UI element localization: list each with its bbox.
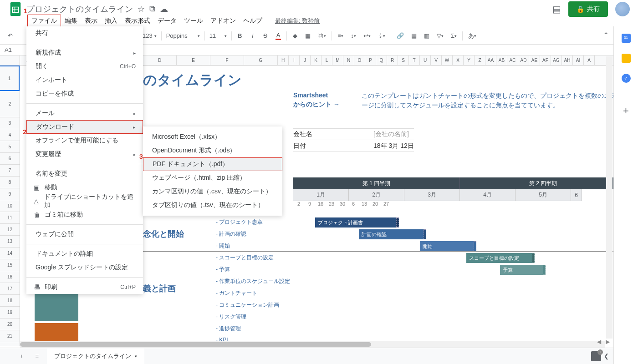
col-header[interactable]: AI [573, 56, 584, 65]
wrap-button[interactable]: ↩▾ [361, 30, 373, 42]
menu-doc-details[interactable]: ドキュメントの詳細 [26, 247, 143, 261]
menu-download[interactable]: ダウンロード▸ [26, 120, 143, 134]
star-icon[interactable]: ☆ [138, 4, 145, 14]
merge-button[interactable]: ⿻▾ [315, 30, 329, 42]
number-format-select[interactable]: 123▾ [141, 31, 158, 40]
col-header[interactable]: AF [540, 56, 551, 65]
menu-history[interactable]: 変更履歴▸ [26, 147, 143, 161]
col-header[interactable]: AG [551, 56, 562, 65]
col-header[interactable]: O [354, 56, 365, 65]
vertical-scrollbar[interactable] [606, 56, 612, 339]
col-header[interactable]: AC [507, 56, 518, 65]
menu-share[interactable]: 共有 [26, 26, 143, 40]
col-header[interactable]: A [584, 56, 595, 65]
menu-help[interactable]: ヘルプ [240, 15, 266, 27]
download-pdf[interactable]: PDF ドキュメント（.pdf） [143, 157, 282, 171]
rotate-button[interactable]: ⤹▾ [375, 30, 388, 42]
col-header[interactable]: R [387, 56, 398, 65]
bold-button[interactable]: B [235, 30, 245, 42]
link-button[interactable]: 🔗 [394, 30, 407, 42]
menu-open[interactable]: 開くCtrl+O [26, 60, 143, 73]
chart-button[interactable]: ▥ [421, 30, 432, 42]
share-button[interactable]: 🔒 共有 [568, 1, 608, 17]
sheet-tab-active[interactable]: プロジェクトのタイムライン▾ [47, 349, 144, 364]
add-sheet-button[interactable]: + [16, 351, 27, 361]
menu-rename[interactable]: 名前を変更 [26, 167, 143, 181]
download-tsv[interactable]: タブ区切りの値（.tsv、現在のシート） [143, 198, 282, 212]
explore-button[interactable] [591, 351, 601, 361]
menu-tools[interactable]: ツール [180, 15, 207, 27]
strike-button[interactable]: S [260, 30, 271, 42]
col-header[interactable]: Z [475, 56, 485, 65]
font-size-select[interactable]: 11▾ [208, 31, 229, 40]
menu-new[interactable]: 新規作成▸ [26, 46, 143, 60]
undo-button[interactable]: ↶ [5, 30, 15, 42]
add-on-plus-icon[interactable]: + [623, 105, 629, 117]
col-header[interactable]: I [289, 56, 300, 65]
menu-insert[interactable]: 挿入 [101, 15, 121, 27]
menu-copy[interactable]: コピーを作成 [26, 87, 143, 101]
col-header[interactable]: S [398, 56, 409, 65]
menu-format[interactable]: 表示形式 [121, 15, 154, 27]
menu-import[interactable]: インポート [26, 73, 143, 87]
menu-file[interactable]: ファイル [27, 15, 61, 27]
col-header[interactable]: AB [496, 56, 507, 65]
side-panel-toggle[interactable]: ❮ [604, 353, 609, 359]
filter-button[interactable]: ▽▾ [434, 30, 446, 42]
menu-print[interactable]: 🖶印刷Ctrl+P [26, 280, 143, 294]
comments-icon[interactable]: ▤ [552, 4, 561, 15]
menu-move[interactable]: ▣移動 [26, 181, 143, 194]
col-header[interactable]: T [409, 56, 420, 65]
col-header[interactable]: AH [562, 56, 573, 65]
col-header[interactable]: AA [485, 56, 496, 65]
col-header[interactable]: M [332, 56, 343, 65]
fill-color-button[interactable]: ◆ [290, 30, 301, 42]
keep-icon[interactable] [622, 54, 631, 63]
menu-spreadsheet-settings[interactable]: Google スプレッドシートの設定 [26, 261, 143, 274]
col-header[interactable]: X [453, 56, 464, 65]
col-header[interactable]: E [177, 56, 210, 65]
col-header[interactable]: AE [529, 56, 540, 65]
menu-addons[interactable]: アドオン [207, 15, 240, 27]
font-select[interactable]: Poppins▾ [164, 31, 202, 40]
menu-data[interactable]: データ [154, 15, 180, 27]
menu-trash[interactable]: 🗑ゴミ箱に移動 [26, 208, 143, 222]
col-header[interactable]: F [210, 56, 244, 65]
tasks-icon[interactable] [622, 74, 631, 83]
text-color-button[interactable]: A [273, 30, 284, 42]
horizontal-scrollbar[interactable] [20, 341, 605, 348]
sheets-app-icon[interactable] [6, 0, 25, 18]
input-tools-button[interactable]: あ▾ [465, 30, 479, 42]
cloud-status-icon[interactable]: ☁ [160, 4, 168, 14]
menu-email[interactable]: メール▸ [26, 106, 143, 120]
collapse-toolbar-icon[interactable]: ⌃ [603, 31, 609, 40]
document-title[interactable]: プロジェクトのタイムライン [26, 4, 133, 15]
col-header[interactable]: D [143, 56, 177, 65]
col-header[interactable]: W [442, 56, 453, 65]
valign-button[interactable]: ↕▾ [348, 30, 359, 42]
halign-button[interactable]: ≡▾ [335, 30, 346, 42]
name-box[interactable]: A1 [5, 46, 29, 53]
col-header[interactable]: Q [376, 56, 387, 65]
calendar-icon[interactable] [622, 34, 631, 43]
row-headers[interactable]: 1 2 345 678 91011 121314 151617 181920 2… [0, 66, 20, 346]
col-header[interactable]: U [420, 56, 431, 65]
col-header[interactable]: Y [464, 56, 475, 65]
col-header[interactable]: K [311, 56, 322, 65]
col-header[interactable]: H [278, 56, 289, 65]
italic-button[interactable]: I [247, 30, 258, 42]
move-folder-icon[interactable]: ⧉ [149, 4, 155, 14]
col-header[interactable]: J [300, 56, 311, 65]
col-header[interactable]: G [244, 56, 278, 65]
account-avatar[interactable] [615, 2, 630, 16]
download-ods[interactable]: OpenDocument 形式（.ods） [143, 144, 282, 157]
menu-add-shortcut[interactable]: △ドライブにショートカットを追加 [26, 194, 143, 208]
download-web[interactable]: ウェブページ（.html、zip 圧縮） [143, 171, 282, 185]
tab-menu-icon[interactable]: ▾ [135, 354, 137, 359]
menu-edit[interactable]: 編集 [61, 15, 81, 27]
all-sheets-button[interactable]: ≡ [32, 351, 43, 361]
menu-view[interactable]: 表示 [81, 15, 101, 27]
functions-button[interactable]: Σ▾ [448, 30, 459, 42]
menu-publish[interactable]: ウェブに公開 [26, 228, 143, 241]
download-csv[interactable]: カンマ区切りの値（.csv、現在のシート） [143, 185, 282, 198]
